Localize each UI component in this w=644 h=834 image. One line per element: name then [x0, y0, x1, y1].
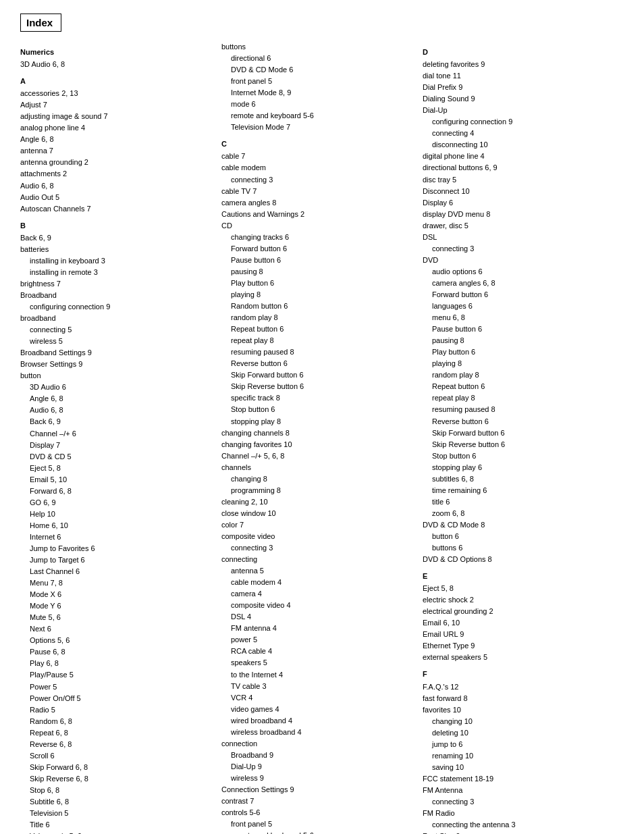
index-entry: installing in keyboard 3: [20, 255, 215, 267]
index-entry: adjusting image & sound 7: [20, 111, 215, 122]
index-entry: color 7: [221, 519, 416, 531]
index-entry: Television Mode 7: [221, 122, 416, 133]
index-entry: Play 6, 8: [20, 658, 215, 669]
index-entry: Jump to Favorites 6: [20, 543, 215, 554]
index-entry: Cautions and Warnings 2: [221, 209, 416, 220]
index-entry: remote and keyboard 5-6: [221, 110, 416, 122]
index-entry: disconnecting 10: [423, 139, 617, 151]
index-entry: random play 8: [423, 369, 617, 381]
index-entry: Eject 5, 8: [20, 463, 215, 474]
index-entry: Mode Y 6: [20, 600, 215, 612]
index-entry: Random button 6: [221, 301, 416, 312]
index-entry: pausing 8: [221, 266, 416, 278]
index-entry: connecting: [221, 554, 416, 565]
index-entry: disc tray 5: [423, 174, 617, 186]
index-entry: Broadband: [20, 290, 215, 301]
index-entry: Autoscan Channels 7: [20, 203, 215, 215]
column-1: Numerics3D Audio 6, 8Aaccessories 2, 13A…: [20, 41, 221, 834]
index-entry: installing in remote 3: [20, 267, 215, 278]
index-entry: mode 6: [221, 99, 416, 110]
index-entry: power 5: [221, 634, 416, 646]
index-entry: camera 4: [221, 588, 416, 600]
index-entry: repeat play 8: [221, 335, 416, 346]
index-entry: connecting 5: [20, 324, 215, 336]
index-entry: camera angles 6, 8: [423, 278, 617, 289]
index-entry: antenna 5: [221, 565, 416, 577]
index-entry: Home 6, 10: [20, 520, 215, 531]
index-entry: DVD & CD Mode 6: [221, 64, 416, 76]
index-entry: wireless 5: [20, 336, 215, 347]
index-entry: antenna 7: [20, 145, 215, 157]
index-entry: playing 8: [423, 358, 617, 369]
index-entry: Connection Settings 9: [221, 784, 416, 796]
index-entry: languages 6: [423, 301, 617, 312]
index-entry: changing channels 8: [221, 427, 416, 439]
index-entry: Skip Reverse 6, 8: [20, 773, 215, 785]
index-entry: cable modem 4: [221, 577, 416, 588]
index-entry: DSL 4: [221, 611, 416, 623]
index-entry: directional 6: [221, 53, 416, 64]
index-entry: Font Size 9: [423, 831, 617, 834]
index-entry: playing 8: [221, 289, 416, 301]
index-entry: Title 6: [20, 819, 215, 831]
index-entry: Internet 6: [20, 531, 215, 543]
index-entry: stopping play 8: [221, 416, 416, 427]
section-letter: A: [20, 76, 215, 87]
index-entry: button 6: [423, 531, 617, 542]
index-entry: Subtitle 6, 8: [20, 796, 215, 808]
index-entry: Skip Forward button 6: [221, 369, 416, 381]
index-entry: Reverse 6, 8: [20, 739, 215, 750]
columns-wrapper: Numerics3D Audio 6, 8Aaccessories 2, 13A…: [20, 41, 624, 834]
index-entry: Back 6, 9: [20, 232, 215, 244]
index-entry: changing 10: [423, 716, 617, 727]
index-entry: resuming paused 8: [221, 346, 416, 358]
index-entry: Last Channel 6: [20, 566, 215, 577]
index-entry: Broadband Settings 9: [20, 347, 215, 359]
index-entry: subtitles 6, 8: [423, 473, 617, 485]
index-entry: Forward 6, 8: [20, 486, 215, 497]
index-entry: changing 8: [221, 473, 416, 485]
index-entry: Help 10: [20, 509, 215, 520]
index-entry: Forward button 6: [423, 289, 617, 301]
index-entry: Play button 6: [423, 346, 617, 358]
index-entry: Stop 6, 8: [20, 785, 215, 796]
index-entry: specific track 8: [221, 392, 416, 404]
index-entry: front panel 5: [221, 818, 416, 830]
index-entry: Email 5, 10: [20, 474, 215, 486]
index-entry: Pause button 6: [221, 255, 416, 266]
index-entry: accessories 2, 13: [20, 88, 215, 99]
index-entry: connection: [221, 738, 416, 750]
index-entry: Browser Settings 9: [20, 359, 215, 370]
index-entry: FM Antenna: [423, 785, 617, 796]
index-entry: Stop button 6: [221, 404, 416, 415]
index-entry: Dial Prefix 9: [423, 82, 617, 93]
index-entry: Radio 5: [20, 704, 215, 716]
index-entry: deleting 10: [423, 727, 617, 739]
index-entry: external speakers 5: [423, 652, 617, 663]
index-entry: Pause 6, 8: [20, 646, 215, 658]
index-entry: DVD & CD 5: [20, 451, 215, 463]
index-entry: renaming 10: [423, 750, 617, 762]
index-entry: saving 10: [423, 762, 617, 773]
index-entry: Menu 7, 8: [20, 577, 215, 589]
index-entry: fast forward 8: [423, 693, 617, 704]
index-entry: composite video 4: [221, 600, 416, 611]
index-entry: Next 6: [20, 623, 215, 635]
index-entry: contrast 7: [221, 796, 416, 807]
index-entry: DSL: [423, 232, 617, 243]
index-entry: 3D Audio 6: [20, 382, 215, 393]
index-entry: electrical grounding 2: [423, 606, 617, 617]
index-entry: Angle 6, 8: [20, 134, 215, 145]
index-entry: Volume –/+ 5, 6: [20, 831, 215, 834]
index-entry: Angle 6, 8: [20, 393, 215, 405]
index-entry: Power On/Off 5: [20, 693, 215, 704]
index-entry: Scroll 6: [20, 750, 215, 762]
index-entry: configuring connection 9: [20, 301, 215, 313]
index-entry: connecting 3: [423, 796, 617, 808]
index-entry: camera angles 8: [221, 197, 416, 209]
index-entry: resuming paused 8: [423, 404, 617, 415]
index-entry: VCR 4: [221, 692, 416, 704]
index-entry: Skip Forward button 6: [423, 427, 617, 439]
index-entry: FM antenna 4: [221, 623, 416, 634]
index-entry: Adjust 7: [20, 99, 215, 111]
